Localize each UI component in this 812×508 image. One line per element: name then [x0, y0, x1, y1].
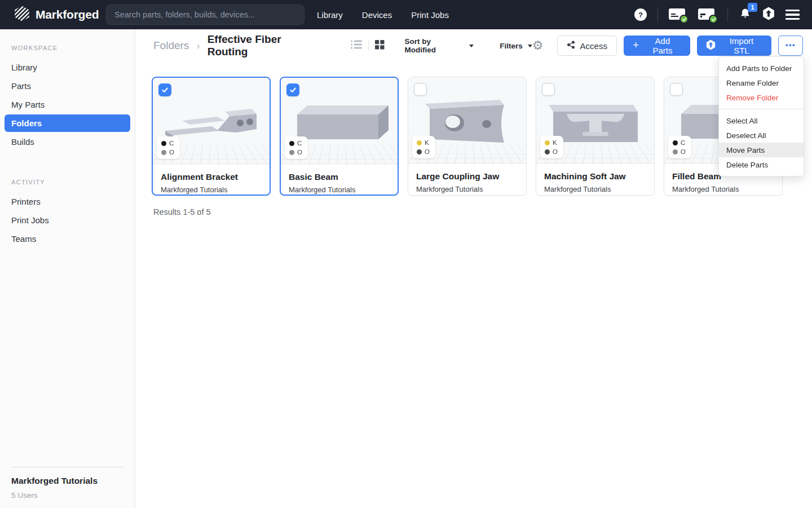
hexagon-upload-icon	[706, 39, 716, 52]
breadcrumb-folders-link[interactable]: Folders	[153, 39, 189, 52]
material-dot	[161, 150, 166, 155]
part-name: Basic Beam	[289, 172, 390, 182]
nav-link-devices[interactable]: Devices	[361, 7, 393, 23]
notifications-button[interactable]: 1	[739, 7, 752, 23]
sort-dropdown-label: Sort by Modified	[405, 37, 465, 54]
material-badge: C O	[157, 136, 180, 159]
sidebar-item-my-parts[interactable]: My Parts	[0, 95, 135, 114]
material-dot	[545, 149, 550, 154]
sidebar-item-printers[interactable]: Printers	[0, 192, 135, 211]
page-title: Effective Fiber Routing	[208, 33, 325, 58]
part-info: Basic Beam Markforged Tutorials	[281, 165, 398, 194]
menu-item-rename-folder[interactable]: Rename Folder	[719, 76, 804, 90]
hamburger-menu-icon[interactable]	[785, 10, 800, 20]
more-actions-button[interactable]: •••	[778, 36, 803, 56]
menu-item-remove-folder[interactable]: Remove Folder	[719, 90, 804, 105]
bell-icon	[739, 12, 752, 22]
material-letter: C	[297, 140, 302, 147]
sidebar-item-builds[interactable]: Builds	[0, 132, 135, 151]
nav-link-print-jobs[interactable]: Print Jobs	[410, 7, 450, 23]
part-checkbox[interactable]	[670, 83, 683, 96]
part-info: Alignment Bracket Markforged Tutorials	[153, 165, 270, 194]
menu-item-add-parts-to-folder[interactable]: Add Parts to Folder	[719, 61, 804, 76]
menu-item-deselect-all[interactable]: Deselect All	[719, 128, 804, 143]
part-subtitle: Markforged Tutorials	[672, 185, 774, 193]
access-button[interactable]: Access	[557, 36, 617, 56]
printer-ok-badge-icon	[679, 15, 689, 24]
import-stl-button[interactable]: Import STL	[697, 36, 771, 56]
printer-status-icon[interactable]	[669, 7, 687, 22]
add-parts-button[interactable]: + Add Parts	[624, 36, 690, 56]
brand-logo[interactable]: Markforged	[0, 5, 99, 24]
add-parts-button-label: Add Parts	[644, 36, 681, 55]
sidebar-item-library[interactable]: Library	[0, 58, 135, 77]
eiger-hexagon-upload-icon[interactable]	[762, 7, 775, 23]
device-status-icon[interactable]	[698, 7, 717, 22]
material-dot	[417, 149, 422, 154]
brand-name: Markforged	[36, 8, 99, 21]
material-badge: K O	[540, 136, 563, 158]
sidebar-item-teams[interactable]: Teams	[0, 229, 135, 248]
device-ok-badge-icon	[709, 15, 718, 24]
material-letter: O	[681, 148, 686, 155]
menu-divider	[719, 109, 804, 109]
part-name: Machining Soft Jaw	[544, 171, 646, 182]
material-letter: O	[297, 149, 302, 156]
part-thumbnail: C O	[281, 78, 398, 165]
menu-item-select-all[interactable]: Select All	[719, 113, 804, 128]
part-card-machining-soft-jaw[interactable]: K O Machining Soft Jaw Markforged Tutori…	[536, 77, 655, 196]
part-checkbox[interactable]	[542, 83, 555, 96]
material-dot	[673, 149, 678, 154]
share-icon	[567, 41, 575, 51]
part-thumbnail: K O	[536, 77, 654, 164]
grid-view-icon[interactable]	[375, 40, 385, 52]
part-card-basic-beam[interactable]: C O Basic Beam Markforged Tutorials	[280, 77, 399, 196]
part-checkbox[interactable]	[286, 83, 299, 96]
sidebar-item-folders[interactable]: Folders	[5, 114, 130, 132]
nav-link-library[interactable]: Library	[316, 7, 344, 23]
search-input[interactable]	[106, 5, 304, 25]
folder-header: Folders › Effective Fiber Routing Sort b…	[135, 29, 812, 62]
menu-item-delete-parts[interactable]: Delete Parts	[719, 157, 804, 172]
top-navbar: Markforged Library Devices Print Jobs ?	[0, 0, 812, 29]
material-letter: K	[425, 139, 429, 146]
material-dot	[673, 140, 678, 145]
help-icon[interactable]: ?	[634, 8, 647, 21]
sort-dropdown[interactable]: Sort by Modified	[405, 37, 474, 54]
organization-user-count: 5 Users	[11, 491, 123, 500]
material-dot	[289, 141, 294, 146]
plus-icon: +	[633, 39, 639, 51]
notification-count-badge: 1	[748, 3, 757, 12]
part-subtitle: Markforged Tutorials	[289, 185, 390, 194]
menu-item-move-parts[interactable]: Move Parts	[719, 143, 804, 157]
parts-grid: C O Alignment Bracket Markforged Tutoria…	[152, 77, 783, 196]
part-name: Alignment Bracket	[161, 172, 262, 182]
material-letter: O	[425, 148, 430, 155]
filters-dropdown[interactable]: Filters	[500, 42, 532, 50]
material-dot	[545, 140, 550, 145]
markforged-hex-logo-icon	[14, 5, 30, 24]
material-dot	[161, 141, 166, 146]
part-checkbox[interactable]	[414, 83, 427, 96]
part-checkbox[interactable]	[158, 83, 171, 96]
material-badge: C O	[668, 136, 691, 158]
material-letter: C	[169, 140, 174, 147]
material-dot	[289, 150, 294, 155]
sidebar-item-parts[interactable]: Parts	[0, 77, 135, 95]
part-card-alignment-bracket[interactable]: C O Alignment Bracket Markforged Tutoria…	[152, 77, 271, 196]
material-dot	[417, 140, 422, 145]
part-thumbnail: C O	[153, 78, 270, 165]
part-subtitle: Markforged Tutorials	[544, 185, 646, 193]
organization-block: Markforged Tutorials 5 Users	[0, 467, 135, 508]
sidebar: WORKSPACE Library Parts My Parts Folders…	[0, 29, 135, 508]
sidebar-item-print-jobs[interactable]: Print Jobs	[0, 211, 135, 229]
primary-nav: Library Devices Print Jobs	[316, 7, 450, 23]
more-actions-menu: Add Parts to Folder Rename Folder Remove…	[718, 56, 804, 176]
organization-name[interactable]: Markforged Tutorials	[11, 476, 123, 486]
view-toggle-divider	[368, 40, 369, 51]
list-view-icon[interactable]	[351, 39, 362, 52]
header-actions: ⚙ Access + Add Parts	[532, 36, 803, 56]
part-card-large-coupling-jaw[interactable]: K O Large Coupling Jaw Markforged Tutori…	[408, 77, 527, 196]
gear-icon[interactable]: ⚙	[532, 39, 544, 52]
results-count: Results 1-5 of 5	[153, 207, 211, 217]
